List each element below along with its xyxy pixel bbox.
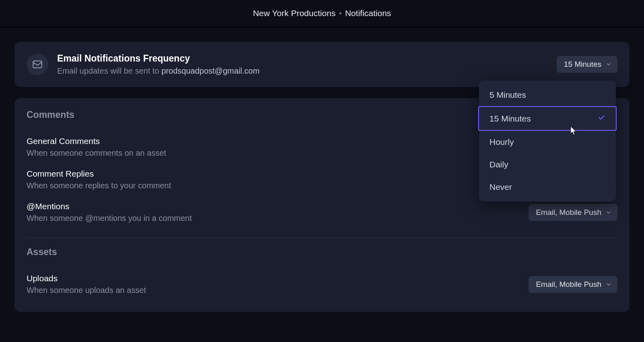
setting-desc: When someone @mentions you in a comment <box>27 214 192 223</box>
check-icon <box>597 113 605 124</box>
setting-row-uploads: Uploads When someone uploads an asset Em… <box>27 268 617 301</box>
frequency-option-5-minutes[interactable]: 5 Minutes <box>479 84 616 106</box>
mail-icon <box>27 54 48 75</box>
setting-title: General Comments <box>27 136 166 146</box>
mentions-channel-label: Email, Mobile Push <box>536 208 601 217</box>
section-title-assets: Assets <box>27 247 617 258</box>
header-org: New York Productions <box>253 8 335 18</box>
email-frequency-selected-label: 15 Minutes <box>564 60 601 69</box>
uploads-channel-label: Email, Mobile Push <box>536 280 601 289</box>
header-page: Notifications <box>345 8 391 18</box>
email-frequency-title: Email Notifications Frequency <box>57 53 260 64</box>
uploads-channel-select[interactable]: Email, Mobile Push <box>528 276 617 293</box>
email-address: prodsquadpost@gmail.com <box>161 66 260 75</box>
chevron-down-icon <box>605 209 612 216</box>
chevron-down-icon <box>605 61 612 68</box>
setting-desc: When someone replies to your comment <box>27 181 171 190</box>
email-frequency-description: Email updates will be sent to prodsquadp… <box>57 66 260 76</box>
frequency-option-15-minutes[interactable]: 15 Minutes <box>478 106 617 131</box>
setting-title: Comment Replies <box>27 169 171 179</box>
svg-rect-0 <box>33 61 42 68</box>
section-divider <box>27 237 617 238</box>
frequency-option-hourly[interactable]: Hourly <box>479 131 616 153</box>
chevron-down-icon <box>605 281 612 288</box>
setting-desc: When someone comments on an asset <box>27 148 166 158</box>
setting-desc: When someone uploads an asset <box>27 286 146 295</box>
frequency-option-never[interactable]: Never <box>479 176 616 198</box>
section-assets: Assets Uploads When someone uploads an a… <box>27 247 617 301</box>
frequency-option-daily[interactable]: Daily <box>479 153 616 176</box>
page-header: New York Productions • Notifications <box>0 0 644 27</box>
setting-title: Uploads <box>27 274 146 283</box>
setting-title: @Mentions <box>27 202 192 211</box>
mentions-channel-select[interactable]: Email, Mobile Push <box>528 204 617 221</box>
frequency-dropdown: 5 Minutes 15 Minutes Hourly Daily Never <box>479 80 616 202</box>
email-frequency-select[interactable]: 15 Minutes <box>557 56 617 73</box>
header-separator: • <box>339 8 342 18</box>
